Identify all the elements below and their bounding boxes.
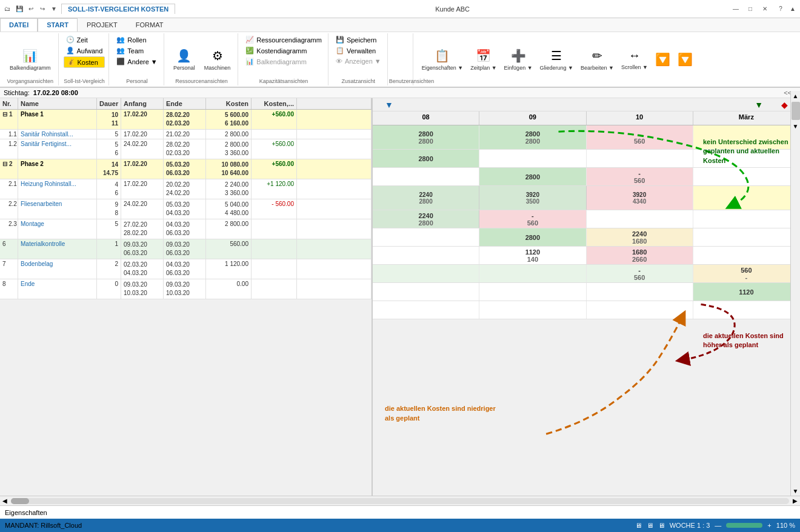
- ressourcendiagramm-button[interactable]: 📈 Ressourcendiagramm: [243, 35, 324, 45]
- eigenschaften-button[interactable]: 📋 Eigenschaften ▼: [418, 38, 467, 81]
- tab-datei[interactable]: DATEI: [0, 18, 38, 32]
- zoom-minus[interactable]: —: [715, 522, 721, 529]
- maschinen-button[interactable]: ⚙ Maschinen: [201, 38, 235, 81]
- zoom-plus[interactable]: +: [767, 522, 771, 529]
- gantt-cell: [587, 210, 693, 228]
- zeit-button[interactable]: 🕒 Zeit: [64, 35, 105, 45]
- scroll-right-arrow[interactable]: ▶: [790, 496, 800, 506]
- help-icon[interactable]: ?: [776, 4, 785, 14]
- bearbeiten-button[interactable]: ✏ Bearbeiten ▼: [577, 38, 618, 81]
- gantt-cell: [693, 228, 800, 246]
- gliederung-button[interactable]: ☰ Gliederung ▼: [536, 38, 577, 81]
- gantt-header: ▼ ▼ ◆ 08 09 10 März: [373, 98, 800, 125]
- td-dauer: 56: [97, 139, 121, 159]
- einfuegen-icon: ➕: [511, 48, 526, 63]
- td-anfang: 02.03.2004.03.20: [121, 259, 164, 279]
- ribbon-group-tools: 📋 Eigenschaften ▼ 📅 Zeitplan ▼ ➕ Einfüge…: [415, 33, 700, 85]
- tab-projekt[interactable]: PROJEKT: [78, 18, 127, 32]
- td-kosten2: +560.00: [252, 110, 297, 129]
- scrollen-button[interactable]: ↔ Scrollen ▼: [618, 38, 652, 81]
- verwalten-button[interactable]: 📋 Verwalten: [333, 45, 384, 56]
- balkendiagramm2-button[interactable]: 📊 Balkendiagramm: [243, 56, 324, 67]
- td-nr: 2.1: [0, 179, 18, 199]
- gantt-row: 2800 -560: [373, 168, 800, 186]
- gantt-cell: 2800: [479, 228, 586, 246]
- gantt-cell: [693, 301, 800, 319]
- kostendiagramm-button[interactable]: 💹 Kostendiagramm: [243, 45, 324, 56]
- td-rest: [297, 110, 372, 129]
- ribbon: DATEI START PROJEKT FORMAT 📊 Balkendiagr…: [0, 18, 800, 88]
- active-doc-tab[interactable]: SOLL-IST-VERGLEICH KOSTEN: [61, 4, 175, 14]
- ressourcen-row: 👤 Personal ⚙ Maschinen: [169, 35, 235, 84]
- expand-btn[interactable]: ⊟: [2, 111, 7, 118]
- andere-button[interactable]: ⬛ Andere ▼: [114, 56, 159, 67]
- zeitplan-button[interactable]: 📅 Zeitplan ▼: [467, 38, 500, 81]
- gantt-cell: 1120140: [479, 247, 586, 264]
- td-ende: 20.02.2024.02.20: [164, 179, 206, 199]
- close-button[interactable]: ✕: [759, 3, 771, 15]
- aufwand-button[interactable]: 👤 Aufwand: [64, 45, 105, 56]
- scroll-h-thumb[interactable]: [11, 498, 29, 504]
- mandant-label: MANDANT: Rillsoft_Cloud: [5, 522, 82, 529]
- col-header-kosten: Kosten: [206, 98, 252, 109]
- scrollbar-h[interactable]: ◀ ▶: [0, 496, 800, 505]
- scroll-down-arrow[interactable]: ▼: [791, 121, 801, 131]
- more-icon[interactable]: ▼: [49, 4, 59, 14]
- td-anfang: 17.02.20: [121, 110, 164, 129]
- scroll-thumb[interactable]: [792, 102, 800, 120]
- td-anfang: 24.02.20: [121, 199, 164, 219]
- col-header-kosten2: Kosten,...: [252, 98, 297, 109]
- tab-start[interactable]: START: [38, 18, 78, 32]
- balkendiagramm-button[interactable]: 📊 Balkendiagramm: [6, 38, 55, 81]
- rollen-button[interactable]: 👥 Rollen: [114, 35, 159, 45]
- collapse-ribbon-icon[interactable]: ▲: [788, 4, 798, 14]
- personal2-button[interactable]: 👤 Personal: [169, 38, 199, 81]
- save-icon[interactable]: 💾: [15, 4, 24, 14]
- table-header: Nr. Name Dauer Anfang Ende Kosten Kosten…: [0, 98, 372, 110]
- verwalten-icon: 📋: [336, 47, 344, 55]
- filter1-button[interactable]: 🔽: [652, 38, 674, 81]
- td-nr: ⊟2: [0, 159, 18, 179]
- kosten-button[interactable]: 💰 Kosten: [64, 56, 105, 68]
- personal2-icon: 👤: [176, 48, 192, 63]
- scroll-left-arrow[interactable]: ◀: [0, 496, 10, 506]
- td-dauer: 2: [97, 259, 121, 279]
- filter2-button[interactable]: 🔽: [674, 38, 696, 81]
- ribbon-group-vorgangsansichten: 📊 Balkendiagramm Vorgangsansichten: [2, 33, 59, 85]
- einfuegen-button[interactable]: ➕ Einfügen ▼: [501, 38, 536, 81]
- td-rest: [297, 179, 372, 199]
- table-row: 2.2 Fliesenarbeiten 98 24.02.20 05.03.20…: [0, 199, 372, 219]
- stichtag-label: Stichtag:: [4, 89, 30, 96]
- maximize-button[interactable]: □: [744, 3, 756, 15]
- undo-icon[interactable]: ↩: [26, 4, 36, 14]
- td-rest: [297, 279, 372, 299]
- gantt-scroll-down[interactable]: ▼: [791, 486, 800, 496]
- expand-btn2[interactable]: ⊟: [2, 161, 7, 167]
- ribbon-group-zusatz: 💾 Speichern 📋 Verwalten 👁 Anzeigen ▼ Zus…: [330, 33, 388, 85]
- td-anfang: 24.02.20: [121, 139, 164, 159]
- td-kosten: 2 800.00: [206, 219, 252, 239]
- eigenschaften-icon: 📋: [435, 48, 450, 63]
- td-ende: 04.03.2006.03.20: [164, 219, 206, 239]
- kapazitaet-label: Kapazitätsansichten: [239, 78, 328, 84]
- anzeigen-button[interactable]: 👁 Anzeigen ▼: [333, 56, 384, 66]
- title-bar-left: 🗂 💾 ↩ ↪ ▼ SOLL-IST-VERGLEICH KOSTEN: [2, 4, 175, 14]
- personal-col: 👥 Rollen 👥 Team ⬛ Andere ▼: [114, 35, 159, 67]
- main-scrollbar-v[interactable]: ▲ ▼: [790, 91, 800, 454]
- td-name: Phase 2: [18, 159, 97, 179]
- redo-icon[interactable]: ↪: [38, 4, 47, 14]
- zoom-slider[interactable]: [726, 523, 762, 528]
- scroll-up-arrow[interactable]: ▲: [791, 91, 801, 101]
- scrollen-label: Scrollen ▼: [621, 64, 648, 70]
- maschinen-icon: ⚙: [212, 48, 223, 63]
- td-ende: 28.02.2002.03.20: [164, 110, 206, 129]
- td-kosten2: - 560.00: [252, 199, 297, 219]
- tab-format[interactable]: FORMAT: [127, 18, 173, 32]
- gantt-cell: 28002800: [373, 125, 479, 149]
- minimize-button[interactable]: —: [730, 3, 742, 15]
- team-button[interactable]: 👥 Team: [114, 45, 159, 56]
- td-kosten2: [252, 259, 297, 279]
- maschinen-label: Maschinen: [204, 65, 231, 71]
- td-rest: [297, 239, 372, 259]
- speichern-button[interactable]: 💾 Speichern: [333, 35, 384, 45]
